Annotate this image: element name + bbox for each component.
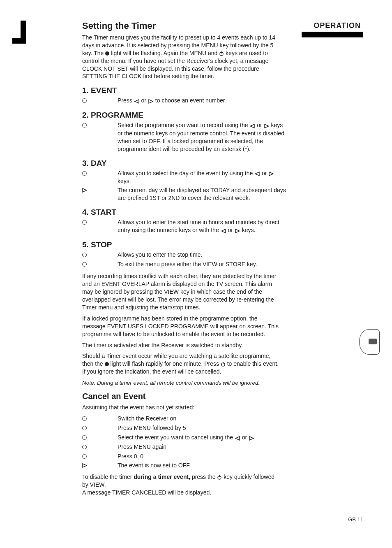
txt: or [260,170,268,176]
txt: keys. [240,227,256,233]
event-row-text: Press or to choose an event number [118,97,288,105]
stop-row-2: To exit the menu press either the VIEW o… [82,260,288,269]
svg-marker-4 [250,124,254,128]
watching-paragraph: Should a Timer event occur while you are… [82,352,279,376]
txt: To disable the timer [82,474,134,480]
svg-marker-8 [83,188,87,192]
svg-marker-5 [265,124,269,128]
txt: to choose an event number [154,97,225,104]
txt: or [226,227,235,233]
bullet-circle-icon [82,415,118,423]
intro-paragraph: The Timer menu gives you the facility to… [82,34,279,80]
section-tab-label: OPERATION [302,21,363,30]
bullet-triangle-icon [82,186,118,195]
note-text: Note: During a timer event, all remote c… [82,380,363,386]
cancel-row-5: Press 0, 0 [82,453,288,461]
cancel-row-1-text: Switch the Receiver on [118,415,288,423]
txt: press the [190,474,217,480]
start-row: Allows you to enter the start time in ho… [82,218,288,235]
stop-row-1: Allows you to enter the stop time. [82,251,288,259]
svg-marker-10 [235,229,240,233]
cancel-row-6: The event is now set to OFF. [82,462,288,470]
bullet-circle-icon [82,443,118,451]
bullet-circle-icon [82,424,118,432]
cancel-row-3-text: Select the event you want to cancel usin… [118,434,288,442]
txt: keys. [118,178,131,184]
power-icon [217,474,222,480]
thumb-index-icon [359,329,380,355]
right-arrow-icon [268,170,274,177]
section-tab-bar [302,32,363,37]
document-page: OPERATION Setting the Timer The Timer me… [0,0,392,547]
svg-marker-2 [135,100,139,103]
left-index-tab [12,21,26,44]
intro-text-2: light will be flashing. Again the MENU a… [109,50,219,56]
power-icon [221,360,226,367]
day-row-2-text: The current day will be displayed as TOD… [118,186,288,202]
cancel-intro: Assuming that the event has not yet star… [82,404,279,411]
bullet-circle-icon [82,453,118,461]
svg-marker-13 [235,437,240,440]
standby-paragraph: The timer is activated after the Receive… [82,341,279,349]
txt: Select the event you want to cancel usin… [118,434,235,441]
txt: light will flash rapidly for one minute.… [109,360,221,367]
bullet-circle-icon [82,218,118,227]
txt: Press [118,97,134,104]
right-arrow-icon [264,122,270,130]
timer-light-icon [105,362,109,366]
locked-paragraph: If a locked programme has been stored in… [82,315,279,338]
bullet-circle-icon [82,97,118,105]
heading-start: 4. START [82,208,363,217]
left-arrow-icon [134,97,140,105]
cancel-row-3: Select the event you want to cancel usin… [82,434,288,442]
day-row-2: The current day will be displayed as TOD… [82,186,288,202]
txt: A message TIMER CANCELLED will be displa… [82,489,211,496]
txt: Allows you to select the day of the even… [118,170,254,176]
left-arrow-icon [221,227,226,235]
event-row: Press or to choose an event number [82,97,288,105]
heading-cancel: Cancel an Event [82,392,363,401]
txt: or [240,434,249,441]
stop-row-1-text: Allows you to enter the stop time. [118,251,288,259]
day-row-1: Allows you to select the day of the even… [82,170,288,186]
right-arrow-icon [249,434,254,442]
left-arrow-icon [249,122,255,130]
bullet-circle-icon [82,121,118,130]
left-arrow-icon [235,434,240,442]
txt: Select the programme you want to record … [118,122,249,128]
cancel-row-1: Switch the Receiver on [82,415,288,423]
svg-marker-9 [221,229,226,233]
cancel-row-6-text: The event is now set to OFF. [118,462,288,469]
heading-day: 3. DAY [82,159,363,168]
overlap-paragraph: If any recording times conflict with eac… [82,272,279,311]
txt-bold: during a timer event, [134,474,190,480]
bullet-triangle-icon [82,462,118,470]
left-arrow-icon [254,170,260,177]
svg-marker-3 [149,100,153,103]
right-arrow-icon [148,97,154,105]
cancel-row-2-text: Press MENU followed by 5 [118,424,288,432]
day-row-1-text: Allows you to select the day of the even… [118,170,288,186]
svg-marker-15 [83,464,87,467]
start-row-text: Allows you to enter the start time in ho… [118,218,288,235]
stop-row-2-text: To exit the menu press either the VIEW o… [118,260,288,268]
cancel-row-5-text: Press 0, 0 [118,453,288,460]
heading-programme: 2. PROGRAMME [82,111,363,120]
heading-stop: 5. STOP [82,240,363,249]
bullet-circle-icon [82,434,118,442]
svg-marker-6 [255,172,259,176]
svg-marker-14 [249,437,254,440]
programme-row: Select the programme you want to record … [82,121,288,153]
disable-paragraph: To disable the timer during a timer even… [82,473,279,497]
svg-marker-7 [269,172,273,176]
bullet-circle-icon [82,251,118,259]
bullet-circle-icon [82,170,118,178]
txt: or [255,122,263,128]
right-arrow-icon [235,227,240,235]
section-tab: OPERATION [302,21,363,37]
timer-light-icon [105,51,109,56]
heading-event: 1. EVENT [82,86,363,95]
cancel-row-2: Press MENU followed by 5 [82,424,288,432]
cancel-row-4-text: Press MENU again [118,443,288,451]
programme-row-text: Select the programme you want to record … [118,121,288,153]
